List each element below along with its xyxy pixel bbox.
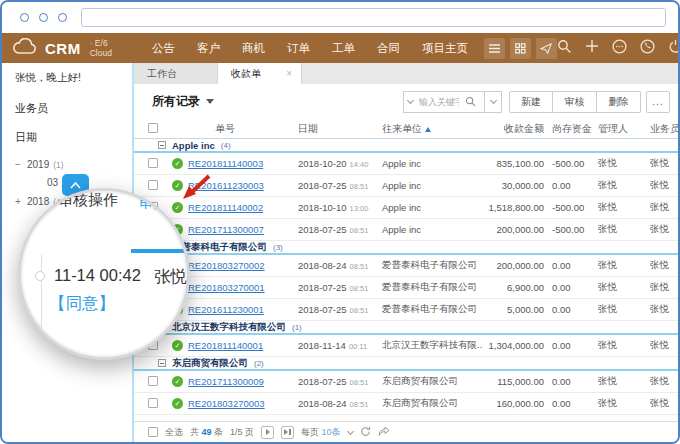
row-salesperson: 张悦 xyxy=(636,339,678,352)
row-amount: 1,518,800.00 xyxy=(482,202,544,213)
nav-item-工单[interactable]: 工单 xyxy=(332,41,355,56)
doc-number-link[interactable]: RE201811140001 xyxy=(188,340,263,351)
toolbar: 所有记录 新建审核删除 ... xyxy=(134,84,678,119)
toolbar-button-新建[interactable]: 新建 xyxy=(509,91,553,113)
last-page-button[interactable] xyxy=(281,426,294,439)
nav-item-项目主页[interactable]: 项目主页 xyxy=(422,41,468,56)
brand[interactable]: CRM · E/6 Cloud xyxy=(12,38,112,59)
column-header-尚存资金[interactable]: 尚存资金 xyxy=(544,122,592,136)
record-filter-label: 所有记录 xyxy=(152,93,200,110)
header-icons xyxy=(557,39,680,58)
nav-item-客户[interactable]: 客户 xyxy=(197,41,220,56)
footer-select-all-checkbox[interactable] xyxy=(148,427,158,437)
date-tree-item[interactable]: −2019(1) xyxy=(15,159,132,170)
search-expand-button[interactable] xyxy=(485,91,502,113)
record-filter-dropdown[interactable]: 所有记录 xyxy=(152,93,214,110)
nav-item-订单[interactable]: 订单 xyxy=(287,41,310,56)
column-header-往来单位[interactable]: 往来单位 xyxy=(382,122,482,136)
group-row[interactable]: 爱普泰科电子有限公司(3) xyxy=(134,241,678,255)
doc-number-link[interactable]: RE201611230001 xyxy=(188,304,264,315)
group-row[interactable]: 东启商贸有限公司(2) xyxy=(134,357,678,371)
tree-toggle-icon[interactable]: − xyxy=(15,159,23,170)
row-time: 14:40 xyxy=(350,160,369,169)
window-dot-1[interactable] xyxy=(20,13,29,22)
approver-name: 张悦 xyxy=(154,266,187,288)
window-dot-3[interactable] xyxy=(58,13,67,22)
row-checkbox[interactable] xyxy=(148,180,158,190)
column-header-管理人[interactable]: 管理人 xyxy=(592,122,636,136)
approval-timestamp: 11-14 00:42 xyxy=(54,266,141,285)
row-time: 08:51 xyxy=(350,182,369,191)
group-count: (3) xyxy=(273,243,283,252)
doc-number-link[interactable]: RE201803270002 xyxy=(188,260,265,271)
table-row[interactable]: ✓RE2018032700022018-08-2408:51爱普泰科电子有限公司… xyxy=(134,255,678,277)
window-dot-2[interactable] xyxy=(39,13,48,22)
brand-suffix: · E/6 Cloud xyxy=(90,38,112,58)
tab-工作台[interactable]: 工作台 xyxy=(134,63,218,84)
group-row[interactable]: 北京汉王数字科技有限公司(1) xyxy=(134,321,678,335)
row-manager: 张悦 xyxy=(592,375,636,388)
column-header-业务员[interactable]: 业务员 xyxy=(636,122,680,136)
view-toggles xyxy=(484,38,557,59)
column-header-收款金额[interactable]: 收款金额 xyxy=(482,122,544,136)
table-row[interactable]: ✓RE2018111400032018-10-2014:40Apple inc8… xyxy=(134,153,678,175)
row-manager: 张悦 xyxy=(592,339,636,352)
row-amount: 1,304,000.00 xyxy=(482,340,544,351)
share-icon[interactable] xyxy=(378,426,390,439)
table-row[interactable]: ✓RE2018032700032018-08-2408:51东启商贸有限公司16… xyxy=(134,393,678,415)
plus-icon[interactable] xyxy=(585,39,599,57)
collapse-icon[interactable] xyxy=(158,141,166,149)
keyword-search-input[interactable] xyxy=(417,96,461,108)
app-window: CRM · E/6 Cloud 公告客户商机订单工单合同项目主页 xyxy=(0,0,680,444)
doc-number-link[interactable]: RE201803270003 xyxy=(188,398,265,409)
select-all-label[interactable]: 全选 xyxy=(165,426,183,439)
search-icon[interactable] xyxy=(557,39,572,58)
doc-number-link[interactable]: RE201711300007 xyxy=(188,224,264,235)
column-header-日期[interactable]: 日期 xyxy=(298,122,382,136)
send-icon[interactable] xyxy=(536,38,557,59)
table-row[interactable]: ✓RE2016112300012018-07-2508:51爱普泰科电子有限公司… xyxy=(134,299,678,321)
list-view-icon[interactable] xyxy=(484,38,505,59)
collapse-icon[interactable] xyxy=(158,359,166,367)
doc-number-link[interactable]: RE201803270001 xyxy=(188,282,265,293)
nav-item-商机[interactable]: 商机 xyxy=(242,41,265,56)
power-icon[interactable] xyxy=(668,39,680,58)
tree-toggle-icon[interactable]: + xyxy=(15,196,23,207)
group-name: 北京汉王数字科技有限公司 xyxy=(172,321,286,334)
toolbar-button-审核[interactable]: 审核 xyxy=(553,91,597,113)
close-icon[interactable]: × xyxy=(286,69,292,79)
table-row[interactable]: ✓RE2016112300032018-07-2508:51Apple inc3… xyxy=(134,175,678,197)
search-submit-icon[interactable] xyxy=(465,93,476,111)
row-checkbox[interactable] xyxy=(148,398,158,408)
grid-view-icon[interactable] xyxy=(510,38,531,59)
more-actions-button[interactable]: ... xyxy=(646,91,670,113)
group-count: (2) xyxy=(254,359,264,368)
table-row[interactable]: ✓RE2017113000072018-07-2508:51Apple inc2… xyxy=(134,219,678,241)
nav-item-公告[interactable]: 公告 xyxy=(152,41,175,56)
nav-item-合同[interactable]: 合同 xyxy=(377,41,400,56)
per-page-chevron-icon[interactable] xyxy=(347,427,354,434)
more-circle-icon[interactable] xyxy=(612,39,627,58)
refresh-icon[interactable] xyxy=(360,426,371,439)
table-row[interactable]: ✓RE2018111400022018-10-1013:00Apple inc1… xyxy=(134,197,678,219)
per-page-text: 每页 10条 xyxy=(301,426,341,439)
url-input[interactable] xyxy=(81,8,666,27)
row-checkbox[interactable] xyxy=(148,158,158,168)
next-page-button[interactable] xyxy=(261,426,274,439)
search-scope-chevron-icon[interactable] xyxy=(407,97,414,104)
toolbar-button-删除[interactable]: 删除 xyxy=(597,91,641,113)
tab-收款单[interactable]: 收款单× xyxy=(218,63,302,84)
sidebar-filter-date[interactable]: 日期 xyxy=(15,130,132,145)
doc-number-link[interactable]: RE201811140003 xyxy=(188,158,263,169)
select-all-checkbox[interactable] xyxy=(148,123,158,133)
column-header-单号[interactable]: 单号 xyxy=(170,122,298,136)
table-row[interactable]: ✓RE2017113000092018-07-2508:51东启商贸有限公司11… xyxy=(134,371,678,393)
group-row[interactable]: Apple inc(4) xyxy=(134,139,678,153)
doc-number-link[interactable]: RE201711300009 xyxy=(188,376,264,387)
user-greeting: 张悦，晚上好! xyxy=(15,71,132,85)
sidebar-filter-salesperson[interactable]: 业务员 xyxy=(15,101,132,116)
table-row[interactable]: ✓RE2018111400012018-11-1400:11北京汉王数字科技有限… xyxy=(134,335,678,357)
table-row[interactable]: ✓RE2018032700012018-07-2508:51爱普泰科电子有限公司… xyxy=(134,277,678,299)
row-checkbox[interactable] xyxy=(148,376,158,386)
phone-icon[interactable] xyxy=(640,39,655,58)
